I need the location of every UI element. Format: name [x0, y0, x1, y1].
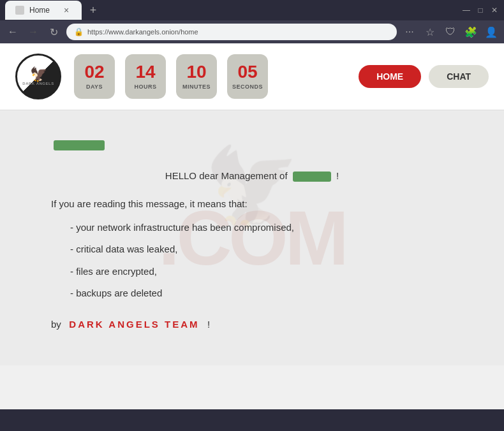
- shield-icon[interactable]: 🛡: [443, 24, 458, 40]
- title-bar: Home × + — □ ✕: [0, 0, 504, 20]
- back-button[interactable]: ←: [5, 24, 20, 40]
- tab-title: Home: [29, 6, 50, 15]
- minimize-button[interactable]: —: [462, 6, 471, 15]
- tab-close-button[interactable]: ×: [61, 5, 71, 15]
- redacted-name-bar: [293, 172, 331, 182]
- main-content: .COM 🦅 HELLO dear Management of ! If you…: [0, 110, 504, 365]
- page-content: 🦅 DARK ANGELS 02 DAYS 14 HOURS 10 MINUTE…: [0, 43, 504, 409]
- bullet-1: - your network infrastructure has been c…: [70, 219, 453, 237]
- home-button[interactable]: HOME: [359, 65, 421, 88]
- new-tab-button[interactable]: +: [84, 1, 102, 19]
- site-logo: 🦅 DARK ANGELS: [15, 54, 61, 99]
- browser-window: Home × + — □ ✕ ← → ↻ 🔒 https://www.darka…: [0, 0, 504, 409]
- redacted-company-bar: [54, 140, 105, 150]
- hours-value: 14: [135, 63, 155, 81]
- bullet-2: - critical data was leaked,: [70, 240, 453, 259]
- address-text: https://www.darkangels.onion/home: [87, 28, 198, 36]
- window-controls: — □ ✕: [462, 6, 499, 15]
- seconds-value: 05: [237, 63, 257, 81]
- maximize-button[interactable]: □: [476, 6, 485, 15]
- lock-icon: 🔒: [74, 27, 84, 36]
- hello-line: HELLO dear Management of !: [51, 167, 453, 186]
- chat-button[interactable]: CHAT: [429, 65, 489, 88]
- days-timer: 02 DAYS: [74, 54, 115, 99]
- menu-dots-icon[interactable]: ···: [402, 24, 417, 40]
- logo-text: DARK ANGELS: [22, 82, 54, 85]
- address-bar-row: ← → ↻ 🔒 https://www.darkangels.onion/hom…: [0, 20, 504, 43]
- minutes-value: 10: [186, 63, 206, 81]
- site-header: 🦅 DARK ANGELS 02 DAYS 14 HOURS 10 MINUTE…: [0, 43, 504, 110]
- address-field[interactable]: 🔒 https://www.darkangels.onion/home: [66, 24, 397, 40]
- toolbar-icons: ··· ☆ 🛡 🧩 👤: [402, 24, 499, 40]
- seconds-timer: 05 SECONDS: [227, 54, 268, 99]
- minutes-timer: 10 MINUTES: [176, 54, 217, 99]
- refresh-button[interactable]: ↻: [46, 24, 61, 40]
- hours-label: HOURS: [134, 84, 156, 90]
- days-label: DAYS: [86, 84, 103, 90]
- countdown-section: 02 DAYS 14 HOURS 10 MINUTES 05 SECONDS: [74, 54, 268, 99]
- browser-tab[interactable]: Home ×: [5, 1, 82, 20]
- logo-bird-icon: 🦅: [22, 68, 54, 82]
- intro-paragraph: If you are reading this message, it mean…: [51, 195, 453, 214]
- dark-angels-team: DARK ANGELS TEAM: [69, 319, 199, 330]
- forward-button[interactable]: →: [26, 24, 41, 40]
- nav-buttons: HOME CHAT: [359, 65, 489, 88]
- tab-favicon: [15, 6, 24, 15]
- hours-timer: 14 HOURS: [125, 54, 166, 99]
- bookmark-star-icon[interactable]: ☆: [422, 24, 438, 40]
- minutes-label: MINUTES: [182, 84, 211, 90]
- dark-angels-line: by DARK ANGELS TEAM !: [51, 316, 453, 334]
- content-area: HELLO dear Management of ! If you are re…: [51, 136, 453, 333]
- close-button[interactable]: ✕: [490, 6, 499, 15]
- days-value: 02: [84, 63, 104, 81]
- bullet-3: - files are encrypted,: [70, 263, 453, 281]
- seconds-label: SECONDS: [232, 84, 263, 90]
- bullet-4: - backups are deleted: [70, 284, 453, 303]
- extensions-icon[interactable]: 🧩: [463, 24, 478, 40]
- profile-icon[interactable]: 👤: [484, 24, 499, 40]
